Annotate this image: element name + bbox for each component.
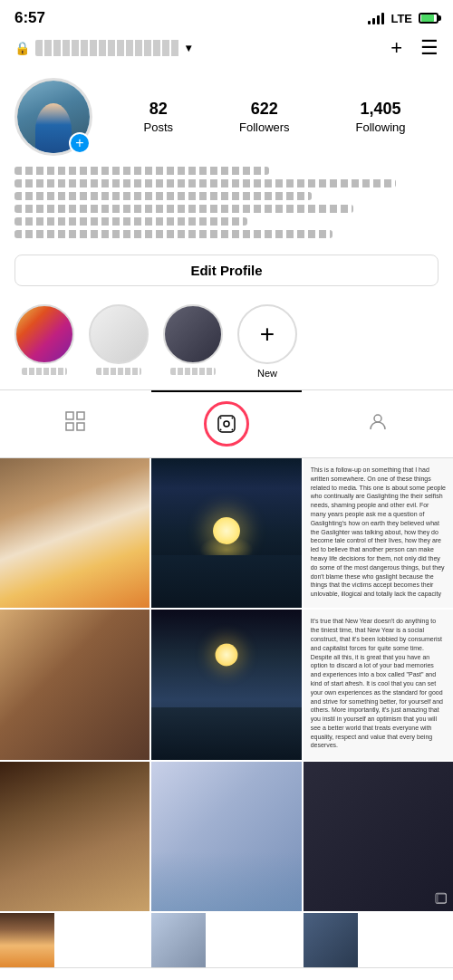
followers-count: 622 [251,100,278,120]
grid-cell-4[interactable] [0,610,149,759]
posts-label: Posts [143,120,173,134]
svg-rect-3 [77,423,84,430]
highlight-label-3 [170,368,216,375]
svg-rect-2 [66,423,73,430]
add-post-button[interactable]: + [390,36,402,60]
grid-cell-9[interactable]: ◻ [304,762,453,911]
followers-label: Followers [239,120,290,134]
grid-cell-6[interactable]: It's true that New Year doesn't do anyth… [304,610,453,759]
grid-text-1: This is a follow-up on something that I … [311,466,446,600]
avatar-container[interactable]: + [14,78,92,156]
reels-active-ring [204,401,249,447]
svg-rect-1 [77,412,84,419]
svg-point-7 [232,418,234,419]
header-actions: + ☰ [390,36,439,60]
tab-grid[interactable] [0,390,151,457]
grid-cell-8[interactable] [151,762,301,911]
grid-cell-11[interactable] [151,913,206,967]
svg-point-6 [220,418,222,419]
status-time: 6:57 [14,9,45,27]
status-bar: 6:57 LTE [0,0,453,33]
following-count: 1,405 [361,100,401,120]
menu-button[interactable]: ☰ [420,36,439,60]
grid-icon [65,411,85,437]
header-username-area[interactable]: 🔒 ▾ [14,40,191,56]
photo-grid: This is a follow-up on something that I … [0,458,453,967]
bottom-nav [0,967,453,980]
profile-section: + 82 Posts 622 Followers 1,405 Following [0,67,453,163]
username-display [35,40,180,56]
grid-cell-10[interactable] [0,913,54,967]
lte-label: LTE [390,12,412,25]
svg-point-5 [224,421,229,427]
chevron-down-icon[interactable]: ▾ [186,42,191,54]
highlights-row: + New [0,297,453,389]
grid-text-2: It's true that New Year doesn't do anyth… [311,617,446,750]
add-story-badge[interactable]: + [69,132,91,154]
highlight-circle-3[interactable] [163,304,223,364]
followers-stat[interactable]: 622 Followers [239,100,290,135]
tab-bar [0,389,453,458]
grid-cell-2[interactable] [151,458,301,608]
tab-reels[interactable] [151,390,303,457]
posts-count: 82 [149,100,168,120]
highlight-add-label: New [257,368,277,379]
highlight-item-2[interactable] [89,304,149,379]
following-label: Following [356,120,406,134]
grid-cell-1[interactable] [0,458,149,608]
lock-icon: 🔒 [14,41,30,55]
highlight-circle-2[interactable] [89,304,149,364]
edit-profile-button[interactable]: Edit Profile [14,255,439,286]
highlight-add[interactable]: + New [237,304,297,379]
svg-point-8 [220,429,222,431]
bio-section [0,163,453,247]
following-stat[interactable]: 1,405 Following [356,100,406,135]
grid-cell-7[interactable] [0,762,149,911]
grid-cell-12[interactable] [304,913,358,967]
svg-point-10 [374,415,381,422]
tagged-icon [368,411,388,437]
stats-row: 82 Posts 622 Followers 1,405 Following [111,100,439,135]
tab-tagged[interactable] [302,390,453,457]
highlight-item-3[interactable] [163,304,223,379]
signal-icon [368,12,384,24]
header: 🔒 ▾ + ☰ [0,33,453,67]
svg-point-9 [232,429,234,431]
highlight-add-circle[interactable]: + [237,304,297,364]
highlight-circle-1[interactable] [14,304,74,364]
grid-cell-3[interactable]: This is a follow-up on something that I … [304,458,453,608]
highlight-label-1 [22,368,67,375]
grid-cell-5[interactable] [151,610,301,759]
bio-text [14,167,439,238]
svg-rect-0 [66,412,73,419]
highlight-label-2 [96,368,141,375]
battery-icon [419,13,439,24]
status-icons: LTE [368,12,439,25]
highlight-item-1[interactable] [14,304,74,379]
posts-stat[interactable]: 82 Posts [143,100,173,135]
